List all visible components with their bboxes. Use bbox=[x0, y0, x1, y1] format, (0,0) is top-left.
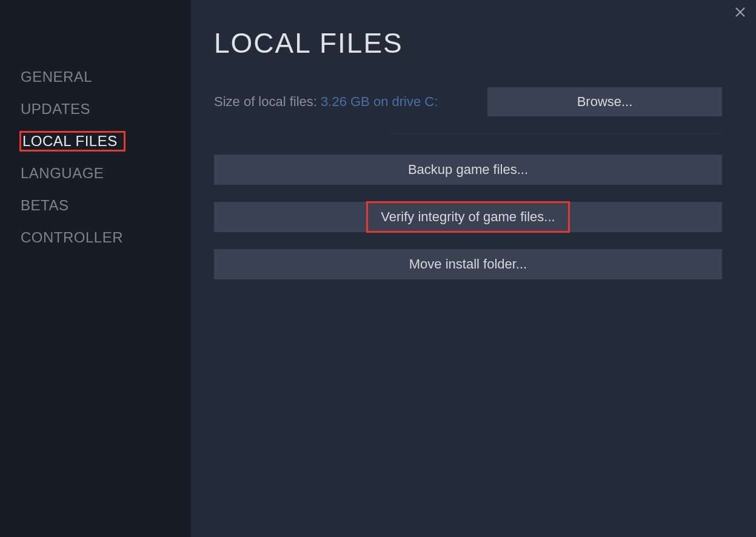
sidebar-item-local-files[interactable]: LOCAL FILES bbox=[19, 131, 125, 152]
sidebar-item-betas[interactable]: BETAS bbox=[19, 195, 72, 216]
close-icon bbox=[735, 7, 746, 18]
sidebar-item-language[interactable]: LANGUAGE bbox=[19, 163, 107, 184]
sidebar-item-controller[interactable]: CONTROLLER bbox=[19, 227, 127, 248]
size-label: Size of local files: bbox=[214, 94, 321, 109]
divider bbox=[390, 133, 722, 134]
close-button[interactable] bbox=[732, 4, 749, 21]
main-panel: LOCAL FILES Size of local files: 3.26 GB… bbox=[191, 0, 756, 537]
backup-game-files-button[interactable]: Backup game files... bbox=[214, 155, 722, 185]
sidebar-item-general[interactable]: GENERAL bbox=[19, 67, 96, 87]
sidebar-item-updates[interactable]: UPDATES bbox=[19, 99, 94, 119]
page-title: LOCAL FILES bbox=[214, 27, 722, 59]
background-gradient bbox=[191, 307, 756, 537]
verify-integrity-button[interactable]: Verify integrity of game files... bbox=[214, 202, 722, 232]
sidebar-nav: GENERAL UPDATES LOCAL FILES LANGUAGE BET… bbox=[0, 0, 191, 537]
properties-dialog: GENERAL UPDATES LOCAL FILES LANGUAGE BET… bbox=[0, 0, 756, 537]
size-value-link[interactable]: 3.26 GB on drive C: bbox=[321, 94, 438, 109]
browse-button[interactable]: Browse... bbox=[487, 87, 722, 116]
verify-integrity-label: Verify integrity of game files... bbox=[381, 209, 555, 225]
move-install-folder-button[interactable]: Move install folder... bbox=[214, 249, 722, 279]
size-of-files-text: Size of local files: 3.26 GB on drive C: bbox=[214, 94, 438, 110]
size-row: Size of local files: 3.26 GB on drive C:… bbox=[214, 87, 722, 116]
